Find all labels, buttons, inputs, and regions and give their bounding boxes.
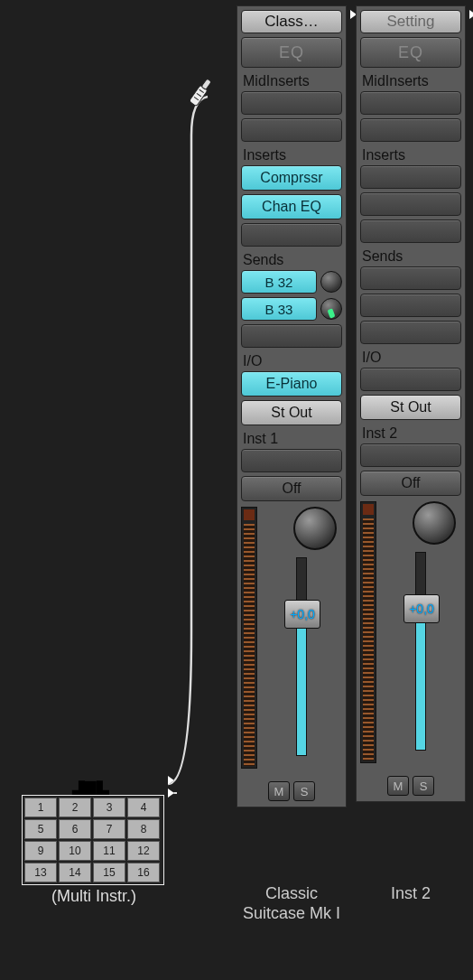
solo-button[interactable]: S: [413, 776, 434, 796]
multi-slot-5[interactable]: 5: [24, 819, 57, 839]
group-slot[interactable]: [360, 443, 461, 467]
multi-slot-7[interactable]: 7: [93, 819, 125, 839]
volume-fader[interactable]: +0,0: [296, 557, 307, 756]
multi-slot-11[interactable]: 11: [93, 841, 125, 861]
multi-slot-1[interactable]: 1: [24, 798, 57, 817]
setting-button[interactable]: Class…: [241, 10, 342, 33]
send-level-knob[interactable]: [320, 271, 342, 293]
midinserts-label: MidInserts: [241, 73, 342, 89]
multi-slot-10[interactable]: 10: [59, 841, 91, 861]
multi-slot-2[interactable]: 2: [59, 798, 91, 817]
io-output[interactable]: St Out: [360, 395, 461, 420]
svg-line-2: [199, 89, 204, 92]
fader-cap[interactable]: +0,0: [403, 594, 440, 623]
svg-rect-0: [189, 85, 208, 107]
inserts-label: Inserts: [241, 147, 342, 163]
mute-button[interactable]: M: [268, 781, 290, 801]
channel-strip-2: Setting EQ MidInserts Inserts Sends I/O …: [356, 5, 466, 802]
multi-instrument: 1 2 3 4 5 6 7 8 9 10 11 12 13 14 15 16 (…: [22, 795, 166, 906]
svg-line-3: [197, 93, 201, 96]
pan-knob[interactable]: [413, 501, 456, 545]
mute-button[interactable]: M: [387, 776, 409, 796]
io-label: I/O: [360, 350, 461, 366]
midinsert-slot[interactable]: [360, 91, 461, 115]
io-input[interactable]: [360, 368, 461, 391]
level-meter: [241, 507, 257, 769]
sends-label: Sends: [360, 248, 461, 265]
multi-slot-15[interactable]: 15: [93, 863, 125, 882]
channel-name[interactable]: Inst 2: [352, 883, 469, 903]
midinsert-slot[interactable]: [360, 118, 461, 142]
multi-slot-16[interactable]: 16: [127, 863, 160, 882]
pan-knob[interactable]: [293, 507, 337, 550]
group-label: Inst 1: [241, 431, 342, 447]
cable-arrow-icon: [168, 789, 174, 798]
io-input[interactable]: E-Piano: [241, 371, 342, 397]
volume-fader[interactable]: +0,0: [415, 552, 426, 751]
insert-channel-eq[interactable]: Chan EQ: [241, 194, 342, 219]
level-meter: [360, 501, 376, 763]
insert-slot[interactable]: [360, 192, 461, 216]
cable-arrow-icon: [168, 776, 174, 785]
multi-slot-9[interactable]: 9: [24, 841, 57, 861]
multi-slot-8[interactable]: 8: [127, 819, 160, 839]
channel-name[interactable]: Classic Suitcase Mk I: [233, 883, 350, 923]
send-slot[interactable]: [360, 294, 461, 317]
midinsert-slot[interactable]: [241, 91, 342, 115]
send-slot[interactable]: [360, 266, 461, 290]
fader-cap[interactable]: +0,0: [284, 600, 320, 629]
midinsert-slot[interactable]: [241, 118, 342, 142]
multi-slot-14[interactable]: 14: [59, 863, 91, 882]
multi-output-grid: 1 2 3 4 5 6 7 8 9 10 11 12 13 14 15 16: [22, 795, 164, 885]
inserts-label: Inserts: [360, 147, 461, 163]
multi-slot-4[interactable]: 4: [127, 798, 160, 817]
io-label: I/O: [241, 353, 342, 369]
send-bus-33[interactable]: B 33: [241, 297, 317, 321]
automation-mode[interactable]: Off: [241, 476, 342, 501]
io-output[interactable]: St Out: [241, 400, 342, 425]
channel-strip-1: Class… EQ MidInserts Inserts Comprssr Ch…: [236, 5, 347, 807]
send-slot[interactable]: [360, 321, 461, 344]
multi-slot-12[interactable]: 12: [127, 841, 160, 861]
eq-button[interactable]: EQ: [360, 37, 461, 68]
insert-slot[interactable]: [241, 223, 342, 247]
eq-button[interactable]: EQ: [241, 37, 342, 68]
insert-slot[interactable]: [360, 165, 461, 189]
midinserts-label: MidInserts: [360, 73, 461, 89]
multi-slot-3[interactable]: 3: [93, 798, 125, 817]
multi-instrument-label: (Multi Instr.): [22, 887, 166, 906]
setting-button[interactable]: Setting: [360, 10, 461, 33]
svg-line-4: [194, 97, 199, 99]
multi-slot-6[interactable]: 6: [59, 819, 91, 839]
send-bus-32[interactable]: B 32: [241, 270, 317, 294]
svg-rect-1: [201, 79, 211, 89]
sends-label: Sends: [241, 252, 342, 268]
send-slot[interactable]: [241, 324, 342, 348]
solo-button[interactable]: S: [293, 781, 315, 801]
multi-slot-13[interactable]: 13: [24, 863, 57, 882]
send-level-knob[interactable]: [320, 298, 342, 320]
expand-arrow-icon[interactable]: [469, 10, 473, 19]
automation-mode[interactable]: Off: [360, 471, 461, 496]
group-slot[interactable]: [241, 449, 342, 472]
insert-compressor[interactable]: Comprssr: [241, 165, 342, 191]
group-label: Inst 2: [360, 425, 461, 442]
insert-slot[interactable]: [360, 219, 461, 243]
